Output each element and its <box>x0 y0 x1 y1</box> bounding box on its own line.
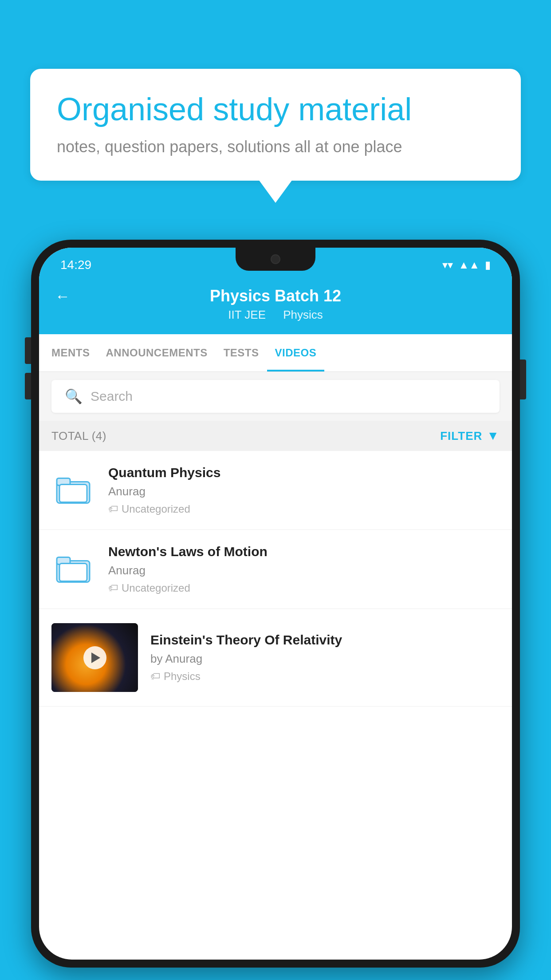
power-button <box>520 360 526 399</box>
signal-icon: ▲▲ <box>458 259 480 271</box>
phone-screen: 14:29 ▾▾ ▲▲ ▮ ← Physics Batch 12 IIT JEE… <box>39 248 512 960</box>
item-author: Anurag <box>108 485 500 498</box>
item-tag: 🏷 Uncategorized <box>108 503 500 515</box>
list-item[interactable]: Quantum Physics Anurag 🏷 Uncategorized <box>39 451 512 530</box>
svg-rect-5 <box>59 564 87 581</box>
tab-ments[interactable]: MENTS <box>43 334 98 371</box>
filter-bar: TOTAL (4) FILTER ▼ <box>39 421 512 451</box>
front-camera <box>271 254 280 264</box>
filter-funnel-icon: ▼ <box>487 429 500 443</box>
video-list: Quantum Physics Anurag 🏷 Uncategorized <box>39 451 512 707</box>
tag-label: Uncategorized <box>122 582 190 594</box>
tabs-bar: MENTS ANNOUNCEMENTS TESTS VIDEOS <box>39 334 512 372</box>
play-triangle-icon <box>91 652 100 663</box>
header-title: Physics Batch 12 <box>57 287 494 305</box>
phone-notch <box>236 248 315 271</box>
item-thumbnail <box>51 473 96 508</box>
tag-icon: 🏷 <box>150 671 160 682</box>
header-subtitle-iitjee: IIT JEE <box>228 308 266 321</box>
status-icons: ▾▾ ▲▲ ▮ <box>442 259 491 271</box>
list-item[interactable]: Einstein's Theory Of Relativity by Anura… <box>39 609 512 707</box>
filter-label: FILTER <box>440 429 482 443</box>
tab-videos[interactable]: VIDEOS <box>267 334 325 371</box>
app-header: ← Physics Batch 12 IIT JEE Physics <box>39 278 512 334</box>
item-title: Quantum Physics <box>108 465 500 480</box>
bubble-title: Organised study material <box>57 91 494 128</box>
volume-up-button <box>25 337 31 364</box>
phone-outer: 14:29 ▾▾ ▲▲ ▮ ← Physics Batch 12 IIT JEE… <box>31 240 520 968</box>
total-label: TOTAL (4) <box>51 429 106 443</box>
status-time: 14:29 <box>60 258 91 272</box>
volume-down-button <box>25 373 31 399</box>
bubble-subtitle: notes, question papers, solutions all at… <box>57 138 494 156</box>
item-title: Einstein's Theory Of Relativity <box>150 632 500 648</box>
search-placeholder: Search <box>91 389 133 404</box>
item-thumbnail <box>51 552 96 587</box>
speech-bubble: Organised study material notes, question… <box>30 69 521 181</box>
tag-label: Physics <box>164 670 201 683</box>
item-title: Newton's Laws of Motion <box>108 544 500 559</box>
item-author: Anurag <box>108 564 500 577</box>
item-info: Quantum Physics Anurag 🏷 Uncategorized <box>108 465 500 515</box>
item-tag: 🏷 Uncategorized <box>108 582 500 594</box>
back-button[interactable]: ← <box>55 288 70 305</box>
search-container: 🔍 Search <box>39 372 512 421</box>
tag-icon: 🏷 <box>108 582 118 594</box>
item-author: by Anurag <box>150 652 500 666</box>
tag-label: Uncategorized <box>122 503 190 515</box>
item-tag: 🏷 Physics <box>150 670 500 683</box>
header-subtitle: IIT JEE Physics <box>57 308 494 322</box>
tab-tests[interactable]: TESTS <box>216 334 267 371</box>
filter-button[interactable]: FILTER ▼ <box>440 429 500 443</box>
header-subtitle-physics: Physics <box>283 308 323 321</box>
tab-announcements[interactable]: ANNOUNCEMENTS <box>98 334 216 371</box>
list-item[interactable]: Newton's Laws of Motion Anurag 🏷 Uncateg… <box>39 530 512 609</box>
tag-icon: 🏷 <box>108 503 118 515</box>
phone-container: 14:29 ▾▾ ▲▲ ▮ ← Physics Batch 12 IIT JEE… <box>31 240 520 980</box>
play-button[interactable] <box>83 646 106 669</box>
battery-icon: ▮ <box>485 259 491 271</box>
search-icon: 🔍 <box>65 388 83 405</box>
item-info: Einstein's Theory Of Relativity by Anura… <box>150 632 500 683</box>
item-info: Newton's Laws of Motion Anurag 🏷 Uncateg… <box>108 544 500 594</box>
item-video-thumbnail <box>51 623 138 692</box>
folder-icon <box>56 552 91 587</box>
folder-icon <box>56 473 91 508</box>
search-box[interactable]: 🔍 Search <box>51 380 500 413</box>
svg-rect-2 <box>59 485 87 502</box>
wifi-icon: ▾▾ <box>442 259 453 271</box>
